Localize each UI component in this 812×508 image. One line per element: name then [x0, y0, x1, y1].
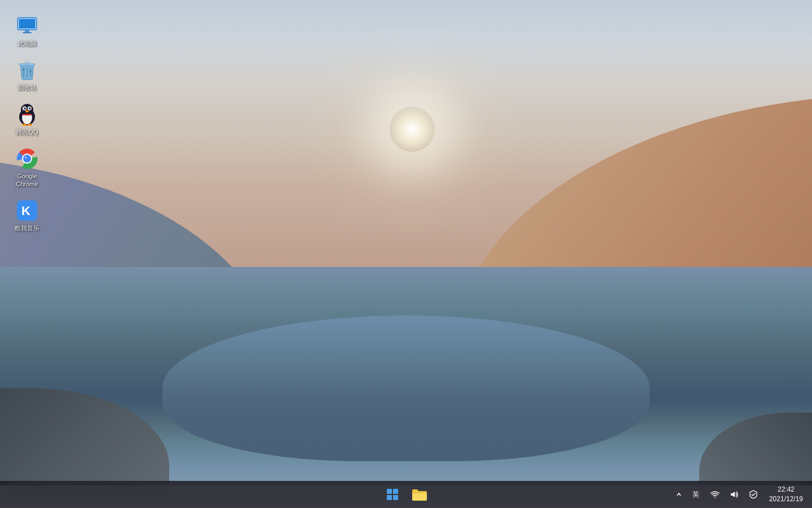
- windows-logo-icon: [387, 489, 398, 500]
- my-computer-label: 此电脑: [18, 40, 37, 47]
- svg-rect-4: [20, 20, 34, 28]
- svg-point-27: [25, 156, 27, 159]
- qq-label: 腾讯QQ: [16, 128, 38, 136]
- desktop-icon-kuwo[interactable]: K 酷我音乐: [6, 196, 48, 235]
- file-explorer-button[interactable]: [407, 482, 432, 507]
- taskbar: 英: [0, 481, 812, 508]
- lake-reflection: [162, 316, 650, 461]
- svg-rect-5: [25, 30, 29, 32]
- recycle-bin-icon: [16, 59, 38, 81]
- taskbar-right: 英: [672, 482, 812, 507]
- volume-button[interactable]: [725, 482, 743, 507]
- desktop-icons-area: 此电脑: [0, 6, 54, 242]
- kuwo-label: 酷我音乐: [15, 224, 39, 232]
- desktop-icon-chrome[interactable]: Google Chrome: [6, 144, 48, 192]
- start-button[interactable]: [380, 482, 405, 507]
- desktop-icon-recycle-bin[interactable]: 回收站: [6, 55, 48, 95]
- chrome-icon: [16, 147, 38, 170]
- show-hidden-icons-button[interactable]: [672, 482, 686, 507]
- svg-point-21: [25, 110, 29, 112]
- network-button[interactable]: [706, 482, 724, 507]
- desktop-icon-my-computer[interactable]: 此电脑: [6, 11, 48, 51]
- svg-point-19: [25, 107, 26, 108]
- svg-rect-8: [25, 62, 29, 64]
- svg-line-11: [30, 68, 31, 77]
- qq-icon: [16, 103, 38, 126]
- taskbar-center: [380, 482, 432, 507]
- folder-icon: [412, 488, 427, 501]
- shield-icon: [749, 490, 757, 499]
- svg-point-20: [30, 107, 31, 108]
- recycle-bin-label: 回收站: [18, 84, 37, 91]
- clock-date: 2021/12/19: [769, 494, 803, 504]
- monitor-icon: [16, 15, 38, 37]
- desktop-icon-qq[interactable]: 腾讯QQ: [6, 100, 48, 139]
- svg-point-26: [23, 155, 31, 163]
- svg-point-14: [21, 104, 33, 115]
- clock-area[interactable]: 22:42 2021/12/19: [765, 482, 807, 507]
- clock-time: 22:42: [778, 485, 795, 494]
- svg-text:K: K: [21, 204, 30, 218]
- network-icon: [710, 491, 720, 498]
- svg-rect-6: [23, 32, 32, 33]
- system-tray: 英: [672, 482, 762, 507]
- language-text: 英: [690, 490, 701, 500]
- sun: [390, 107, 435, 152]
- language-indicator[interactable]: 英: [687, 482, 705, 507]
- desktop: 此电脑: [0, 0, 812, 485]
- chevron-up-icon: [676, 492, 682, 497]
- svg-point-23: [28, 124, 32, 126]
- speaker-icon: [730, 491, 739, 498]
- security-button[interactable]: [744, 482, 762, 507]
- svg-point-22: [22, 124, 27, 126]
- chrome-label: Google Chrome: [8, 172, 46, 189]
- kuwo-icon: K: [16, 199, 38, 222]
